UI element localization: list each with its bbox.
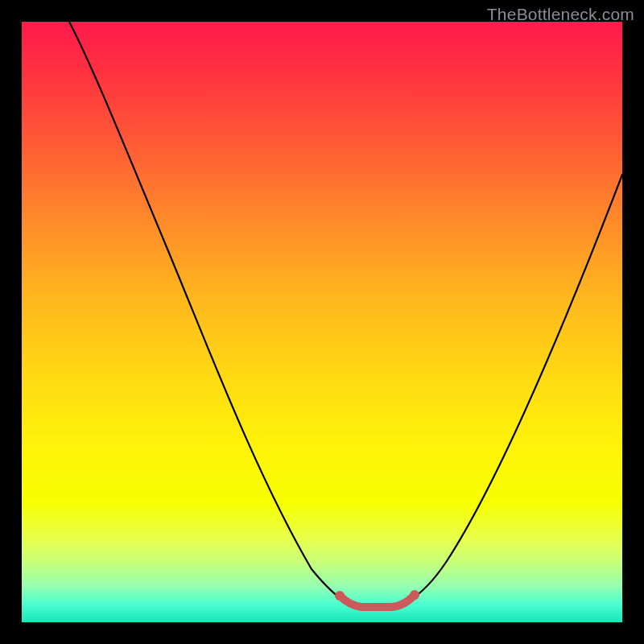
watermark-text: TheBottleneck.com [487, 5, 634, 24]
chart-frame: TheBottleneck.com [0, 0, 644, 644]
chart-plot-area [22, 22, 622, 622]
